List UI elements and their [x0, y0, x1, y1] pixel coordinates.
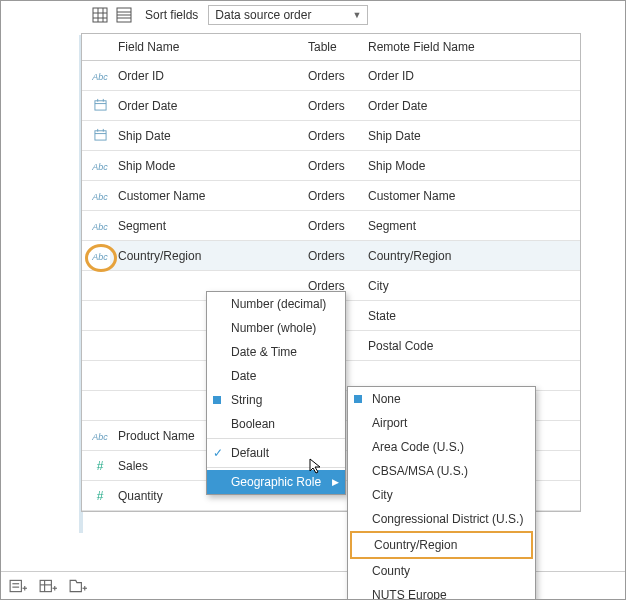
geo-menu-item[interactable]: None [348, 387, 535, 411]
chevron-down-icon: ▼ [352, 10, 361, 20]
type-context-menu[interactable]: Number (decimal)Number (whole)Date & Tim… [206, 291, 346, 495]
type-menu-item[interactable]: Boolean [207, 412, 345, 436]
string-type-icon[interactable]: Abc [90, 192, 110, 202]
type-menu-geographic-role[interactable]: Geographic Role▶ [207, 470, 345, 494]
svg-rect-22 [40, 580, 51, 591]
geo-menu-item[interactable]: Congressional District (U.S.) [348, 507, 535, 531]
table-cell: Orders [300, 181, 360, 211]
field-name-cell[interactable]: Ship Date [110, 121, 300, 151]
remote-field-cell: Customer Name [360, 181, 580, 211]
sort-fields-select[interactable]: Data source order ▼ [208, 5, 368, 25]
table-header-row: Field Name Table Remote Field Name [82, 34, 580, 61]
svg-rect-9 [94, 100, 105, 109]
remote-field-cell: Segment [360, 211, 580, 241]
date-type-icon[interactable] [90, 128, 110, 143]
geo-menu-item[interactable]: Area Code (U.S.) [348, 435, 535, 459]
svg-rect-0 [93, 8, 107, 22]
list-view-icon[interactable] [115, 6, 133, 24]
table-row[interactable]: AbcOrder IDOrdersOrder ID [82, 61, 580, 91]
grid-view-icon[interactable] [91, 6, 109, 24]
svg-rect-17 [10, 580, 21, 591]
table-row[interactable]: AbcCountry/RegionOrdersCountry/Region [82, 241, 580, 271]
type-menu-default[interactable]: Default [207, 441, 345, 465]
col-table[interactable]: Table [300, 34, 360, 61]
table-cell: Orders [300, 91, 360, 121]
sort-fields-value: Data source order [215, 8, 311, 22]
svg-rect-13 [94, 130, 105, 139]
table-row[interactable]: AbcCustomer NameOrdersCustomer Name [82, 181, 580, 211]
remote-field-cell: Ship Date [360, 121, 580, 151]
new-story-icon[interactable] [69, 577, 87, 595]
field-name-cell[interactable]: Customer Name [110, 181, 300, 211]
geo-menu-item[interactable]: City [348, 483, 535, 507]
remote-field-cell: City [360, 271, 580, 301]
sort-fields-label: Sort fields [145, 8, 198, 22]
type-menu-item[interactable]: Number (decimal) [207, 292, 345, 316]
remote-field-cell: Order Date [360, 91, 580, 121]
remote-field-cell: Ship Mode [360, 151, 580, 181]
geo-menu-item[interactable]: Country/Region [350, 531, 533, 559]
field-name-cell[interactable]: Order Date [110, 91, 300, 121]
table-row[interactable]: Order DateOrdersOrder Date [82, 91, 580, 121]
geo-menu-item[interactable]: NUTS Europe [348, 583, 535, 600]
geo-role-submenu[interactable]: NoneAirportArea Code (U.S.)CBSA/MSA (U.S… [347, 386, 536, 600]
table-row[interactable]: AbcSegmentOrdersSegment [82, 211, 580, 241]
string-type-icon[interactable]: Abc [90, 252, 110, 262]
remote-field-cell: Postal Code [360, 331, 580, 361]
remote-field-cell: State [360, 301, 580, 331]
field-name-cell[interactable]: Order ID [110, 61, 300, 91]
type-menu-item[interactable]: String [207, 388, 345, 412]
table-cell: Orders [300, 61, 360, 91]
string-type-icon[interactable]: Abc [90, 432, 110, 442]
date-type-icon[interactable] [90, 98, 110, 113]
geo-menu-item[interactable]: CBSA/MSA (U.S.) [348, 459, 535, 483]
type-menu-item[interactable]: Date & Time [207, 340, 345, 364]
geo-menu-item[interactable]: Airport [348, 411, 535, 435]
type-menu-item[interactable]: Date [207, 364, 345, 388]
string-type-icon[interactable]: Abc [90, 162, 110, 172]
field-name-cell[interactable]: Ship Mode [110, 151, 300, 181]
table-cell: Orders [300, 121, 360, 151]
string-type-icon[interactable]: Abc [90, 222, 110, 232]
new-worksheet-icon[interactable] [39, 577, 57, 595]
col-field-name[interactable]: Field Name [110, 34, 300, 61]
type-menu-item[interactable]: Number (whole) [207, 316, 345, 340]
remote-field-cell: Order ID [360, 61, 580, 91]
toolbar: Sort fields Data source order ▼ [1, 1, 625, 29]
field-name-cell[interactable]: Country/Region [110, 241, 300, 271]
col-remote-field-name[interactable]: Remote Field Name [360, 34, 580, 61]
table-row[interactable]: Ship DateOrdersShip Date [82, 121, 580, 151]
new-datasource-icon[interactable] [9, 577, 27, 595]
table-row[interactable]: AbcShip ModeOrdersShip Mode [82, 151, 580, 181]
submenu-arrow-icon: ▶ [332, 477, 339, 487]
number-type-icon[interactable]: # [90, 459, 110, 473]
geo-menu-item[interactable]: County [348, 559, 535, 583]
table-cell: Orders [300, 211, 360, 241]
string-type-icon[interactable]: Abc [90, 72, 110, 82]
number-type-icon[interactable]: # [90, 489, 110, 503]
field-name-cell[interactable]: Segment [110, 211, 300, 241]
table-cell: Orders [300, 151, 360, 181]
remote-field-cell: Country/Region [360, 241, 580, 271]
table-cell: Orders [300, 241, 360, 271]
